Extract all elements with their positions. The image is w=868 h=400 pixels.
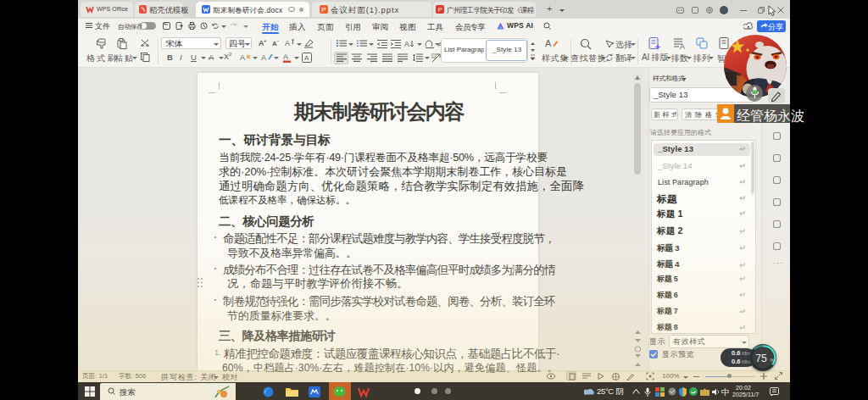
svg-text:A: A [283, 53, 288, 61]
svg-text:P: P [321, 6, 326, 14]
svg-text:A: A [404, 40, 409, 48]
svg-text:A: A [680, 42, 685, 49]
svg-text:P: P [438, 7, 442, 13]
svg-text:75: 75 [755, 352, 767, 364]
svg-text:%: % [770, 357, 774, 362]
svg-text:A: A [240, 53, 245, 62]
svg-text:A: A [545, 38, 552, 48]
svg-text:A: A [285, 39, 290, 47]
svg-text:A: A [304, 54, 309, 62]
svg-text:A: A [261, 53, 266, 62]
